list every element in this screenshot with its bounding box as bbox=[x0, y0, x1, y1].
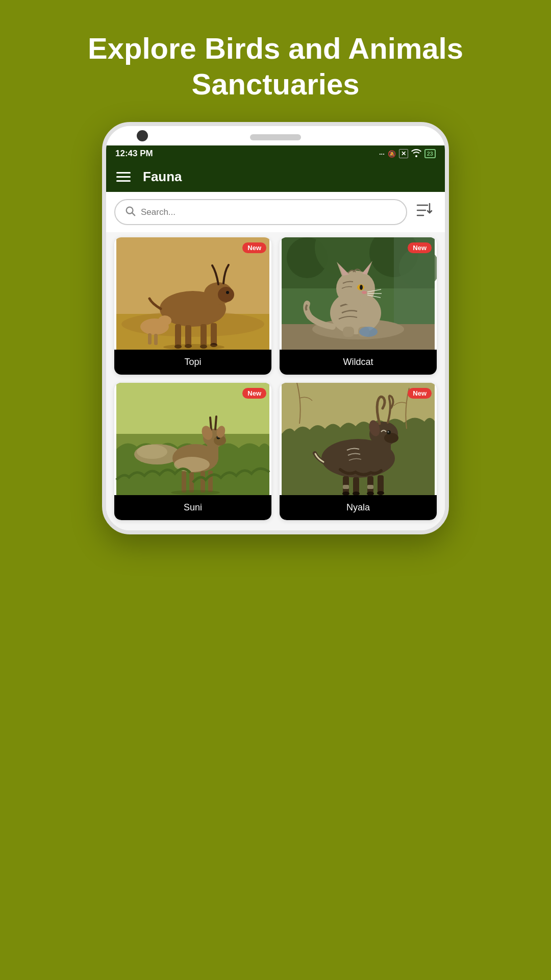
animal-card-nyala[interactable]: New Nyala bbox=[280, 383, 437, 520]
svg-point-80 bbox=[388, 431, 389, 433]
svg-point-12 bbox=[226, 291, 229, 294]
sort-filter-button[interactable] bbox=[413, 200, 437, 225]
phone-speaker bbox=[250, 134, 301, 140]
status-bar: 12:43 PM ··· 🔕 ✕ 23 bbox=[106, 145, 445, 162]
search-input[interactable] bbox=[141, 207, 397, 217]
svg-point-71 bbox=[171, 490, 220, 495]
bell-icon: 🔕 bbox=[388, 150, 396, 158]
card-label-topi: Topi bbox=[114, 350, 271, 375]
svg-line-60 bbox=[210, 418, 211, 430]
svg-point-78 bbox=[384, 433, 398, 443]
svg-rect-67 bbox=[182, 471, 186, 493]
new-badge-nyala: New bbox=[408, 388, 432, 399]
app-title: Fauna bbox=[143, 169, 182, 185]
search-box[interactable] bbox=[114, 199, 407, 225]
svg-rect-24 bbox=[154, 334, 158, 345]
svg-rect-15 bbox=[201, 324, 207, 347]
phone-top-bar bbox=[106, 126, 445, 145]
new-badge-suni: New bbox=[242, 388, 266, 399]
svg-rect-85 bbox=[378, 475, 384, 494]
svg-rect-13 bbox=[175, 324, 181, 347]
card-label-wildcat: Wildcat bbox=[280, 350, 437, 375]
new-badge-wildcat: New bbox=[408, 242, 432, 253]
status-time: 12:43 PM bbox=[115, 149, 153, 159]
svg-rect-87 bbox=[367, 485, 373, 489]
search-icon bbox=[124, 205, 136, 219]
phone-frame: 12:43 PM ··· 🔕 ✕ 23 Fauna bbox=[102, 122, 449, 534]
svg-rect-10 bbox=[206, 292, 218, 310]
battery-icon: 23 bbox=[424, 149, 436, 158]
card-label-nyala: Nyala bbox=[280, 495, 437, 520]
svg-line-61 bbox=[215, 416, 216, 429]
app-bar: Fauna bbox=[106, 162, 445, 192]
animal-card-wildcat[interactable]: New Wildcat bbox=[280, 237, 437, 375]
svg-point-49 bbox=[359, 327, 378, 337]
svg-point-91 bbox=[377, 491, 384, 495]
svg-point-22 bbox=[158, 315, 171, 326]
wifi-icon bbox=[411, 149, 421, 159]
card-label-suni: Suni bbox=[114, 495, 271, 520]
svg-rect-69 bbox=[201, 471, 205, 493]
card-image-suni: New bbox=[114, 383, 271, 495]
svg-rect-86 bbox=[343, 485, 349, 489]
search-area bbox=[106, 192, 445, 232]
svg-rect-14 bbox=[185, 325, 191, 347]
card-image-wildcat: New bbox=[280, 237, 437, 350]
svg-point-43 bbox=[362, 291, 367, 294]
svg-rect-47 bbox=[343, 327, 354, 337]
hamburger-menu[interactable] bbox=[116, 172, 131, 182]
animal-card-topi[interactable]: New Topi bbox=[114, 237, 271, 375]
animal-grid: New Topi bbox=[106, 232, 445, 530]
sim-icon: ✕ bbox=[399, 149, 408, 158]
svg-point-11 bbox=[218, 287, 234, 302]
phone-camera bbox=[137, 130, 148, 141]
svg-rect-23 bbox=[148, 333, 152, 345]
animal-card-suni[interactable]: New Suni bbox=[114, 383, 271, 520]
status-icons: ··· 🔕 ✕ 23 bbox=[379, 149, 436, 159]
overflow-icon: ··· bbox=[379, 150, 385, 158]
page-title: Explore Birds and Animals Sanctuaries bbox=[0, 0, 551, 122]
card-image-topi: New bbox=[114, 237, 271, 350]
svg-point-42 bbox=[360, 285, 363, 290]
new-badge-topi: New bbox=[242, 242, 266, 253]
svg-rect-16 bbox=[211, 323, 217, 346]
svg-point-55 bbox=[137, 445, 167, 459]
card-image-nyala: New bbox=[280, 383, 437, 495]
svg-line-1 bbox=[132, 213, 135, 215]
